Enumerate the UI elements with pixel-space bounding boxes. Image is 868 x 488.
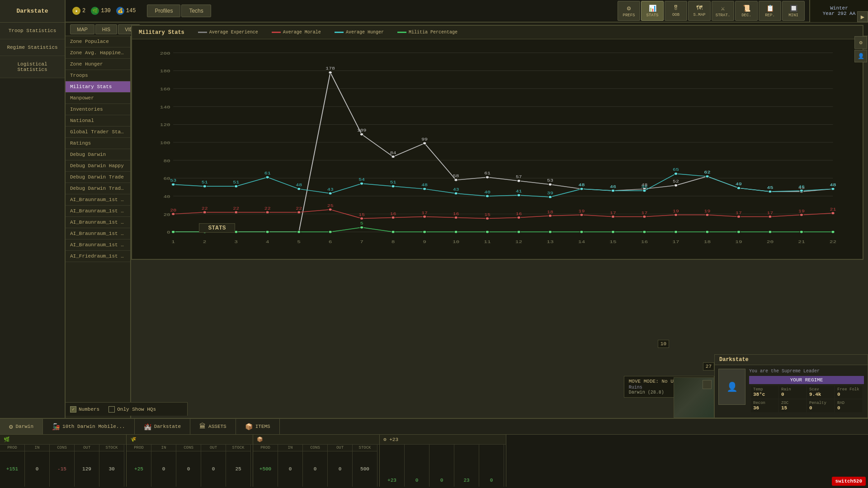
strat-btn[interactable]: ⚔ STRAT. bbox=[712, 1, 734, 21]
svg-text:15: 15 bbox=[484, 212, 491, 217]
bottom-tab-0[interactable]: ⚙ Darwin bbox=[0, 419, 43, 434]
smap-btn[interactable]: 🗺 S.MAP bbox=[688, 1, 711, 21]
prod-gear-val-3: 23 bbox=[454, 445, 479, 487]
profiles-tab[interactable]: Profiles bbox=[147, 5, 180, 17]
svg-point-141 bbox=[392, 185, 395, 188]
svg-text:39: 39 bbox=[547, 191, 553, 195]
penalty-value: 0 bbox=[809, 405, 832, 411]
edge-icon-2[interactable]: 👤 bbox=[854, 50, 867, 62]
mini-btn[interactable]: 🔲 MINI bbox=[782, 1, 805, 21]
resource-bar: ★ 2 🌿 130 💰 145 bbox=[66, 0, 142, 22]
svg-point-145 bbox=[454, 192, 458, 195]
prod-col-header-0-stock: STOCK bbox=[99, 445, 124, 451]
stats-footer-label: STATS bbox=[199, 223, 235, 233]
rain-label: Rain bbox=[781, 387, 804, 392]
svg-text:43: 43 bbox=[453, 187, 459, 192]
freefolk-label: Free Folk bbox=[837, 387, 860, 392]
svg-point-191 bbox=[769, 230, 772, 233]
prod-col-0-cons: CONS-15 bbox=[50, 445, 75, 487]
bottom-tab-1[interactable]: 🚂 10th Darwin Mobile... bbox=[43, 419, 135, 434]
map-btn[interactable]: MAP bbox=[70, 24, 94, 34]
menu-item-15[interactable]: AI_Braunraum_1st SHO... bbox=[66, 206, 130, 217]
numbers-checkbox-box: ✓ bbox=[70, 406, 76, 413]
bottom-tab-4[interactable]: 📦 ITEMS bbox=[236, 419, 280, 434]
darkstate-info: You are the Supreme Leader YOUR REGIME T… bbox=[749, 369, 864, 414]
prod-col-1-stock: STOCK25 bbox=[226, 445, 251, 487]
svg-text:48: 48 bbox=[579, 183, 585, 187]
prod-val-2-stock: 500 bbox=[353, 451, 377, 487]
svg-point-153 bbox=[580, 188, 584, 190]
only-hqs-checkbox[interactable]: Only Show HQs bbox=[108, 406, 156, 413]
dec-btn[interactable]: 📜 DEC. bbox=[735, 1, 758, 21]
svg-text:22: 22 bbox=[296, 206, 302, 211]
menu-item-6[interactable]: Inventories bbox=[66, 104, 130, 115]
menu-item-9[interactable]: Ratings bbox=[66, 138, 130, 149]
stats-btn[interactable]: 📊 STATS bbox=[641, 1, 664, 21]
menu-item-4[interactable]: Military Stats bbox=[66, 81, 130, 93]
bottom-tab-3[interactable]: 🏛 ASSETS bbox=[190, 419, 236, 434]
prod-gear-val-0: +23 bbox=[380, 445, 405, 487]
map-arrow-btn[interactable]: ▶ bbox=[857, 11, 868, 22]
regime-stats-btn[interactable]: Regime Statistics bbox=[0, 39, 65, 56]
menu-item-11[interactable]: Debug Darwin Happy bbox=[66, 160, 130, 172]
techs-tab[interactable]: Techs bbox=[181, 5, 211, 17]
rep-btn[interactable]: 📋 REP. bbox=[759, 1, 781, 21]
menu-item-19[interactable]: AI_Friedraum_1st SHQ... bbox=[66, 251, 130, 262]
menu-item-0[interactable]: Zone Populace bbox=[66, 36, 130, 47]
svg-text:51: 51 bbox=[390, 180, 396, 184]
menu-item-13[interactable]: Debug Darwin Trade Pr... bbox=[66, 183, 130, 194]
menu-item-7[interactable]: National bbox=[66, 115, 130, 127]
bottom-tab-label-4: ITEMS bbox=[255, 424, 270, 429]
prefs-btn[interactable]: ⚙ PREFS bbox=[618, 1, 640, 21]
his-btn[interactable]: HIS bbox=[95, 24, 117, 34]
edge-icon-1[interactable]: ⚙ bbox=[854, 36, 867, 49]
svg-text:5: 5 bbox=[360, 221, 363, 226]
numbers-checkbox[interactable]: ✓ Numbers bbox=[70, 406, 99, 413]
menu-item-8[interactable]: Global Trader Stats bbox=[66, 127, 130, 138]
bottom-tab-2[interactable]: 🏰 Darkstate bbox=[135, 419, 190, 434]
recon-value: 36 bbox=[753, 405, 776, 411]
menu-item-1[interactable]: Zone Avg. Happiness bbox=[66, 47, 130, 59]
legend-exp: Average Experience bbox=[198, 30, 258, 35]
menu-item-12[interactable]: Debug Darwin Trade bbox=[66, 172, 130, 183]
prod-col-1-in: IN0 bbox=[151, 445, 176, 487]
menu-item-3[interactable]: Troops bbox=[66, 70, 130, 81]
svg-text:61: 61 bbox=[264, 171, 271, 176]
oob-btn[interactable]: 🎖 OOB bbox=[665, 1, 687, 21]
svg-point-123 bbox=[800, 214, 803, 216]
oob-label: OOB bbox=[672, 13, 679, 17]
menu-item-18[interactable]: AI_Braunraum_1st SHO... bbox=[66, 239, 130, 251]
legend-hunger-label: Average Hunger bbox=[346, 30, 384, 35]
menu-item-10[interactable]: Debug Darwin bbox=[66, 149, 130, 160]
prod-col-header-2-out: OUT bbox=[328, 445, 352, 451]
svg-text:21: 21 bbox=[798, 239, 805, 244]
menu-item-14[interactable]: AI_Braunraum_1st SHO... bbox=[66, 194, 130, 206]
svg-point-89 bbox=[266, 211, 269, 214]
svg-text:20: 20 bbox=[767, 239, 774, 244]
troop-stats-btn[interactable]: Troop Statistics bbox=[0, 23, 65, 39]
svg-point-133 bbox=[266, 176, 269, 178]
chart-body: 0204060801001201401601802001234567891011… bbox=[132, 39, 863, 259]
prod-col-header-1-prod: PROD bbox=[127, 445, 151, 451]
rad-label: RAD bbox=[837, 401, 860, 405]
prod-val-1-cons: 0 bbox=[176, 451, 201, 487]
menu-item-5[interactable]: Manpower bbox=[66, 93, 130, 104]
svg-point-127 bbox=[171, 183, 175, 186]
logistical-stats-btn[interactable]: Logistical Statistics bbox=[0, 56, 65, 78]
svg-text:140: 140 bbox=[160, 104, 170, 109]
svg-point-103 bbox=[486, 217, 489, 220]
menu-item-17[interactable]: AI_Braunraum_1st SHO... bbox=[66, 228, 130, 239]
menu-item-16[interactable]: AI_Braunraum_1st SHO... bbox=[66, 217, 130, 228]
legend-morale-label: Average Morale bbox=[283, 30, 321, 35]
svg-point-53 bbox=[392, 155, 395, 158]
svg-point-193 bbox=[831, 230, 835, 233]
svg-point-87 bbox=[234, 211, 238, 214]
menu-item-2[interactable]: Zone Hunger bbox=[66, 59, 130, 70]
svg-point-125 bbox=[831, 212, 835, 215]
regime-btn[interactable]: YOUR REGIME bbox=[749, 376, 864, 384]
svg-text:60: 60 bbox=[163, 176, 170, 181]
map-number-left: 10 bbox=[658, 340, 669, 348]
svg-text:62: 62 bbox=[704, 170, 711, 175]
svg-text:0: 0 bbox=[167, 230, 170, 235]
svg-point-182 bbox=[486, 230, 489, 233]
